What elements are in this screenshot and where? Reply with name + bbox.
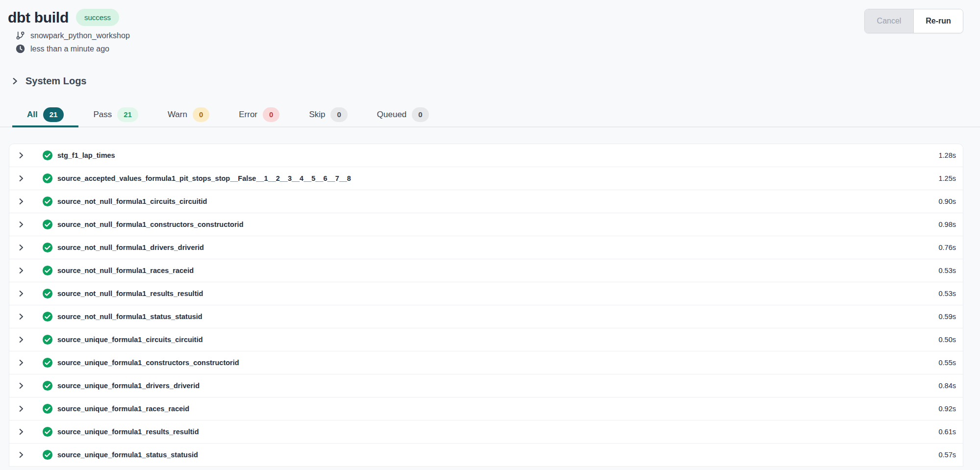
expand-chevron-icon[interactable] xyxy=(17,450,25,459)
tab-label: All xyxy=(27,110,38,120)
node-name: source_unique_formula1_constructors_cons… xyxy=(57,359,929,367)
branch-name: snowpark_python_workshop xyxy=(30,31,130,40)
tab-label: Skip xyxy=(309,110,325,120)
tab-queued[interactable]: Queued 0 xyxy=(362,103,444,127)
table-row[interactable]: source_not_null_formula1_results_resulti… xyxy=(9,282,963,305)
tab-label: Error xyxy=(239,110,257,120)
node-name: source_not_null_formula1_drivers_driveri… xyxy=(57,244,929,251)
table-row[interactable]: source_not_null_formula1_drivers_driveri… xyxy=(9,236,963,259)
success-check-icon xyxy=(42,173,53,184)
node-name: source_accepted_values_formula1_pit_stop… xyxy=(57,174,929,182)
node-name: source_not_null_formula1_results_resulti… xyxy=(57,290,929,297)
status-badge: success xyxy=(76,9,119,26)
node-name: source_not_null_formula1_status_statusid xyxy=(57,313,929,321)
tab-label: Pass xyxy=(93,110,112,120)
tab-all[interactable]: All 21 xyxy=(12,103,78,127)
node-name: source_unique_formula1_circuits_circuiti… xyxy=(57,336,929,344)
node-name: source_not_null_formula1_constructors_co… xyxy=(57,221,929,228)
expand-chevron-icon[interactable] xyxy=(17,289,25,298)
node-duration: 0.55s xyxy=(929,359,956,367)
expand-chevron-icon[interactable] xyxy=(17,427,25,436)
git-branch-icon xyxy=(16,31,25,40)
table-row[interactable]: source_not_null_formula1_circuits_circui… xyxy=(9,190,963,213)
expand-chevron-icon[interactable] xyxy=(17,381,25,390)
expand-chevron-icon[interactable] xyxy=(17,404,25,413)
table-row[interactable]: source_accepted_values_formula1_pit_stop… xyxy=(9,167,963,190)
node-duration: 0.92s xyxy=(929,405,956,413)
success-check-icon xyxy=(42,196,53,207)
tab-count-badge: 0 xyxy=(412,107,428,122)
status-tabs: All 21 Pass 21 Warn 0 Error 0 Skip 0 Que… xyxy=(0,103,980,127)
node-duration: 0.50s xyxy=(929,336,956,344)
page-title: dbt build xyxy=(8,9,69,26)
branch-row: snowpark_python_workshop xyxy=(16,29,130,42)
table-row[interactable]: source_unique_formula1_results_resultid … xyxy=(9,421,963,444)
table-row[interactable]: stg_f1_lap_times 1.28s xyxy=(9,144,963,167)
tab-count-badge: 21 xyxy=(43,107,64,122)
tab-label: Warn xyxy=(168,110,187,120)
success-check-icon xyxy=(42,380,53,391)
node-duration: 0.57s xyxy=(929,451,956,459)
success-check-icon xyxy=(42,288,53,299)
node-duration: 0.53s xyxy=(929,290,956,297)
table-row[interactable]: source_unique_formula1_races_raceid 0.92… xyxy=(9,397,963,421)
node-name: source_unique_formula1_status_statusid xyxy=(57,451,929,459)
tab-count-badge: 0 xyxy=(263,107,279,122)
success-check-icon xyxy=(42,403,53,414)
node-duration: 1.28s xyxy=(929,151,956,159)
node-duration: 0.90s xyxy=(929,198,956,205)
results-list: stg_f1_lap_times 1.28s source_accepted_v… xyxy=(9,144,963,467)
clock-icon xyxy=(16,44,25,53)
success-check-icon xyxy=(42,426,53,437)
tab-count-badge: 0 xyxy=(330,107,347,122)
expand-chevron-icon[interactable] xyxy=(17,335,25,344)
success-check-icon xyxy=(42,311,53,322)
table-row[interactable]: source_unique_formula1_constructors_cons… xyxy=(9,351,963,374)
expand-chevron-icon[interactable] xyxy=(17,151,25,160)
table-row[interactable]: source_not_null_formula1_status_statusid… xyxy=(9,305,963,328)
node-duration: 0.76s xyxy=(929,244,956,251)
expand-chevron-icon[interactable] xyxy=(17,243,25,252)
tab-label: Queued xyxy=(377,110,407,120)
node-name: source_not_null_formula1_circuits_circui… xyxy=(57,198,929,205)
node-name: source_unique_formula1_races_raceid xyxy=(57,405,929,413)
success-check-icon xyxy=(42,449,53,460)
success-check-icon xyxy=(42,242,53,253)
expand-chevron-icon[interactable] xyxy=(17,174,25,183)
rerun-button[interactable]: Re-run xyxy=(914,9,963,33)
node-duration: 0.61s xyxy=(929,428,956,436)
node-name: stg_f1_lap_times xyxy=(57,151,929,159)
system-logs-label: System Logs xyxy=(25,75,86,87)
table-row[interactable]: source_not_null_formula1_races_raceid 0.… xyxy=(9,259,963,282)
table-row[interactable]: source_unique_formula1_circuits_circuiti… xyxy=(9,328,963,351)
table-row[interactable]: source_unique_formula1_status_statusid 0… xyxy=(9,444,963,467)
run-time: less than a minute ago xyxy=(30,45,109,53)
success-check-icon xyxy=(42,265,53,276)
tab-warn[interactable]: Warn 0 xyxy=(153,103,224,127)
run-header: dbt build success snowpark_python_worksh… xyxy=(0,0,980,55)
chevron-right-icon xyxy=(11,77,19,85)
node-name: source_unique_formula1_drivers_driverid xyxy=(57,382,929,390)
system-logs-toggle[interactable]: System Logs xyxy=(11,75,86,87)
tab-skip[interactable]: Skip 0 xyxy=(294,103,362,127)
node-name: source_not_null_formula1_races_raceid xyxy=(57,267,929,274)
node-duration: 0.59s xyxy=(929,313,956,321)
tab-error[interactable]: Error 0 xyxy=(224,103,294,127)
table-row[interactable]: source_unique_formula1_drivers_driverid … xyxy=(9,374,963,397)
expand-chevron-icon[interactable] xyxy=(17,266,25,275)
tab-count-badge: 0 xyxy=(193,107,209,122)
success-check-icon xyxy=(42,219,53,230)
expand-chevron-icon[interactable] xyxy=(17,358,25,367)
expand-chevron-icon[interactable] xyxy=(17,312,25,321)
run-actions: Cancel Re-run xyxy=(864,9,963,33)
expand-chevron-icon[interactable] xyxy=(17,220,25,229)
node-duration: 1.25s xyxy=(929,174,956,182)
tab-count-badge: 21 xyxy=(117,107,138,122)
tab-pass[interactable]: Pass 21 xyxy=(78,103,152,127)
expand-chevron-icon[interactable] xyxy=(17,197,25,206)
node-duration: 0.53s xyxy=(929,267,956,274)
success-check-icon xyxy=(42,357,53,368)
cancel-button[interactable]: Cancel xyxy=(865,9,914,33)
node-duration: 0.98s xyxy=(929,221,956,228)
table-row[interactable]: source_not_null_formula1_constructors_co… xyxy=(9,213,963,236)
